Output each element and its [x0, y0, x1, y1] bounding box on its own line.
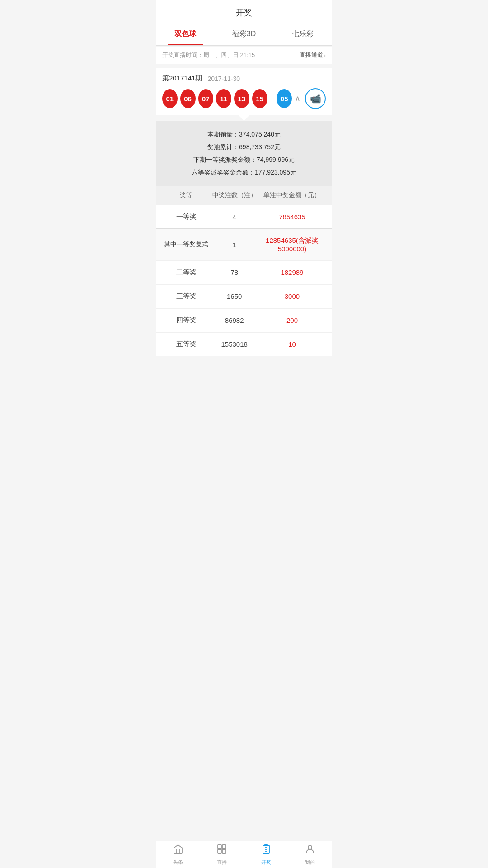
prize-name-1: 其中一等奖复式	[162, 241, 210, 249]
triangle-indicator	[239, 115, 249, 121]
red-ball-4: 11	[216, 89, 231, 108]
prize-name-5: 五等奖	[162, 340, 210, 349]
page-title: 开奖	[236, 8, 252, 17]
broadcast-time: 开奖直播时间：周二、四、日 21:15	[162, 51, 255, 59]
prize-row-third: 三等奖 1650 3000	[156, 285, 332, 308]
prize-count-4: 86982	[210, 316, 258, 324]
prize-count-1: 1	[210, 241, 258, 249]
red-ball-1: 01	[162, 89, 178, 108]
prize-amount-2: 182989	[258, 269, 326, 276]
prize-name-0: 一等奖	[162, 212, 210, 221]
prize-count-3: 1650	[210, 292, 258, 300]
tab-fucai3d[interactable]: 福彩3D	[215, 23, 273, 45]
prize-row-first: 一等奖 4 7854635	[156, 205, 332, 229]
header-name: 奖等	[162, 191, 210, 199]
nav-item-live[interactable]: 直播	[200, 841, 244, 868]
nav-item-lottery[interactable]: 开奖	[244, 841, 288, 868]
prize-amount-4: 200	[258, 316, 326, 324]
svg-rect-1	[222, 845, 226, 849]
balls-divider	[272, 90, 272, 108]
svg-rect-2	[218, 849, 221, 853]
stat-pool: 奖池累计：698,733,752元	[162, 141, 326, 153]
video-button[interactable]: 📹	[305, 88, 326, 109]
person-icon	[305, 844, 315, 857]
red-ball-2: 06	[180, 89, 196, 108]
svg-rect-3	[222, 849, 226, 853]
nav-label-live: 直播	[217, 859, 227, 866]
grid-icon	[216, 844, 227, 857]
prize-count-0: 4	[210, 213, 258, 221]
stat-sixth-remain: 六等奖派奖奖金余额：177,923,095元	[162, 166, 326, 179]
prize-name-2: 二等奖	[162, 268, 210, 277]
nav-label-home: 头条	[173, 859, 183, 866]
page-header: 开奖	[156, 0, 332, 23]
prize-name-4: 四等奖	[162, 316, 210, 325]
red-ball-5: 13	[234, 89, 249, 108]
tab-shuangseqiu[interactable]: 双色球	[156, 23, 215, 45]
balls-actions: ∧ 📹	[295, 88, 326, 109]
bottom-nav: 头条 直播 开奖	[156, 841, 332, 868]
result-card: 第2017141期 2017-11-30 01 06 07 11 13 15 0…	[156, 68, 332, 115]
nav-item-home[interactable]: 头条	[156, 841, 200, 868]
prize-row-second: 二等奖 78 182989	[156, 261, 332, 284]
broadcast-link[interactable]: 直播通道 ›	[300, 51, 326, 59]
balls-row: 01 06 07 11 13 15 05 ∧ 📹	[162, 88, 326, 115]
svg-rect-0	[218, 845, 221, 849]
stat-next-first: 下期一等奖派奖金额：74,999,996元	[162, 153, 326, 166]
prize-name-3: 三等奖	[162, 292, 210, 301]
prize-count-2: 78	[210, 269, 258, 276]
header-count: 中奖注数（注）	[210, 191, 258, 199]
home-icon	[173, 844, 183, 857]
header-amount: 单注中奖金额（元）	[258, 191, 326, 199]
prize-row-fifth: 五等奖 1553018 10	[156, 333, 332, 356]
blue-ball: 05	[277, 89, 292, 108]
stat-sales: 本期销量：374,075,240元	[162, 128, 326, 141]
prize-row-fourth: 四等奖 86982 200	[156, 309, 332, 332]
chevron-right-icon: ›	[324, 52, 326, 59]
tab-bar: 双色球 福彩3D 七乐彩	[156, 23, 332, 46]
red-ball-3: 07	[198, 89, 214, 108]
prize-amount-3: 3000	[258, 292, 326, 300]
nav-label-mine: 我的	[305, 859, 315, 866]
prize-amount-0: 7854635	[258, 213, 326, 221]
prize-row-first-complex: 其中一等奖复式 1 12854635(含派奖5000000)	[156, 229, 332, 260]
prize-table-header: 奖等 中奖注数（注） 单注中奖金额（元）	[156, 186, 332, 205]
tab-qilecai[interactable]: 七乐彩	[273, 23, 332, 45]
nav-item-mine[interactable]: 我的	[288, 841, 333, 868]
prize-table: 奖等 中奖注数（注） 单注中奖金额（元） 一等奖 4 7854635 其中一等奖…	[156, 186, 332, 356]
result-date: 2017-11-30	[207, 75, 240, 82]
prize-amount-1: 12854635(含派奖5000000)	[258, 236, 326, 253]
clipboard-icon	[261, 844, 272, 857]
nav-label-lottery: 开奖	[261, 859, 271, 866]
prize-amount-5: 10	[258, 340, 326, 348]
svg-point-8	[308, 845, 312, 849]
collapse-button[interactable]: ∧	[295, 94, 300, 104]
broadcast-bar: 开奖直播时间：周二、四、日 21:15 直播通道 ›	[156, 47, 332, 64]
stats-panel: 本期销量：374,075,240元 奖池累计：698,733,752元 下期一等…	[156, 121, 332, 186]
result-meta: 第2017141期 2017-11-30	[162, 74, 326, 83]
result-period: 第2017141期	[162, 74, 202, 83]
prize-count-5: 1553018	[210, 340, 258, 348]
video-camera-icon: 📹	[310, 93, 321, 104]
red-ball-6: 15	[252, 89, 267, 108]
